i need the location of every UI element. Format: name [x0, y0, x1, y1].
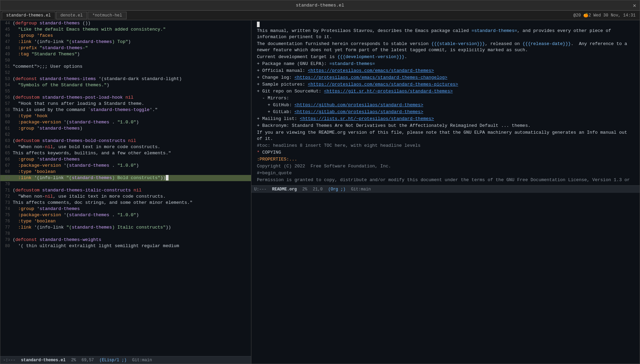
list-item: Copyright (C) 2022 Free Software Foundat…: [257, 163, 634, 169]
left-status-filename: standard-themes.el: [21, 358, 66, 363]
line-number: 73: [0, 200, 13, 206]
table-row: 62: [0, 132, 251, 138]
titlebar-title: standard-themes.el: [296, 3, 344, 8]
line-content: :prefix "standard-themes-": [13, 45, 88, 51]
line-content: (defconst standard-themes-items '(standa…: [13, 76, 182, 82]
line-number: 47: [0, 39, 13, 45]
list-item: + GitHub: <https://github.com/protesilao…: [257, 102, 634, 108]
tab-standard-themes[interactable]: standard-themes.el: [2, 12, 55, 19]
tab-notmuch[interactable]: *notmuch-hel: [88, 12, 126, 19]
code-editor[interactable]: 44(defgroup standard-themes ())45 "Like …: [0, 20, 251, 356]
list-item: + Sample pictures: <https://protesilaos.…: [257, 81, 634, 88]
close-icon[interactable]: ✕: [633, 2, 636, 9]
table-row: 48 :prefix "standard-themes-": [0, 45, 251, 51]
line-number: 54: [0, 82, 13, 88]
line-number: 64: [0, 144, 13, 150]
line-number: 53: [0, 76, 13, 82]
list-item: This manual, written by Protesilaos Stav…: [257, 28, 634, 40]
table-row: 70: [0, 181, 251, 187]
line-content: :group 'standard-themes): [13, 125, 83, 132]
line-number: 57: [0, 101, 13, 107]
left-status-mode-indicator: -:---: [3, 358, 15, 363]
line-number: 44: [0, 20, 13, 26]
tab-bar: standard-themes.el denote.el *notmuch-he…: [0, 11, 640, 20]
table-row: 58This is used by the command `standard-…: [0, 107, 251, 113]
line-number: 63: [0, 138, 13, 144]
line-number: 60: [0, 119, 13, 125]
line-content: (defconst standard-themes-weights: [13, 237, 101, 243]
table-row: 57 "Hook that runs after loading a Stand…: [0, 101, 251, 107]
left-pane: 44(defgroup standard-themes ())45 "Like …: [0, 20, 251, 364]
table-row: 78: [0, 231, 251, 237]
cursor-top: [257, 22, 260, 27]
editor-area: 44(defgroup standard-themes ())45 "Like …: [0, 20, 640, 364]
line-content: :tag "Standard Themes"): [13, 51, 80, 57]
line-number: 62: [0, 132, 13, 138]
line-content: :link '(info-link "(standard-themes) Bol…: [13, 175, 169, 181]
line-number: 68: [0, 169, 13, 175]
line-content: :type 'boolean: [13, 218, 56, 224]
line-content: "When non-nil, use bold text in more cod…: [13, 144, 160, 150]
table-row: 61 :group 'standard-themes): [0, 125, 251, 132]
line-content: :package-version '(standard-themes . "1.…: [13, 212, 139, 218]
line-number: 77: [0, 224, 13, 231]
table-row: 54 "Symbols of the Standard themes."): [0, 82, 251, 88]
line-content: :package-version '(standard-themes . "1.…: [13, 119, 139, 125]
table-row: 63(defcustom standard-themes-bold-constr…: [0, 138, 251, 144]
list-item: + Git repo on SourceHut: <https://git.sr…: [257, 88, 634, 95]
line-number: 56: [0, 95, 13, 101]
line-number: 48: [0, 45, 13, 51]
table-row: 52: [0, 70, 251, 76]
table-row: 51"comment">;;; User options: [0, 64, 251, 70]
line-number: 80: [0, 243, 13, 249]
line-number: 58: [0, 107, 13, 113]
line-number: 79: [0, 237, 13, 243]
line-content: '( thin ultralight extralight light semi…: [13, 243, 179, 249]
table-row: 64 "When non-nil, use bold text in more …: [0, 144, 251, 150]
table-row: 50: [0, 57, 251, 64]
line-number: 70: [0, 181, 13, 187]
line-number: 61: [0, 125, 13, 132]
right-status-mode: (Org ;): [328, 187, 345, 192]
left-status-mode: (ELisp/l ;): [99, 358, 127, 363]
line-content: "When non-nil, use italic text in more c…: [13, 194, 166, 200]
titlebar: standard-themes.el ✕: [0, 0, 640, 11]
right-status-vcs: Git:main: [351, 187, 371, 192]
table-row: 46 :group 'faces: [0, 33, 251, 39]
right-status-position: 21,0: [313, 187, 323, 192]
line-number: 51: [0, 64, 13, 70]
line-number: 55: [0, 88, 13, 95]
line-number: 59: [0, 113, 13, 119]
table-row: 59 :type 'hook: [0, 113, 251, 119]
line-content: "Symbols of the Standard themes."): [13, 82, 109, 88]
line-number: 76: [0, 218, 13, 224]
right-status-percent: 2%: [302, 187, 307, 192]
line-content: :package-version '(standard-themes . "1.…: [13, 163, 139, 169]
list-item: + Official manual: <https://protesilaos.…: [257, 68, 634, 74]
table-row: 49 :tag "Standard Themes"): [0, 51, 251, 57]
right-pane: This manual, written by Protesilaos Stav…: [251, 20, 640, 364]
right-status-bar: U:--- README.org 2% 21,0 (Org ;) Git:mai…: [251, 185, 640, 193]
table-row: 66 :group 'standard-themes: [0, 156, 251, 163]
tab-denote[interactable]: denote.el: [56, 12, 87, 19]
table-row: 80 '( thin ultralight extralight light s…: [0, 243, 251, 249]
list-item: Permission is granted to copy, distribut…: [257, 177, 634, 183]
line-number: 50: [0, 57, 13, 64]
line-content: "Like the default Emacs themes with adde…: [13, 26, 166, 33]
right-status-mode-indicator: U:---: [254, 187, 267, 192]
table-row: 65This affects keywords, builtins, and a…: [0, 150, 251, 156]
table-row: 60 :package-version '(standard-themes . …: [0, 119, 251, 125]
table-row: 67 :package-version '(standard-themes . …: [0, 163, 251, 169]
list-item: Current development target is {{{develop…: [257, 54, 634, 60]
list-item: + Mailing list: <https://lists.sr.ht/~pr…: [257, 116, 634, 122]
readme-view: This manual, written by Protesilaos Stav…: [251, 20, 640, 185]
line-number: 46: [0, 33, 13, 39]
line-content: "Hook that runs after loading a Standard…: [13, 101, 144, 107]
line-content: :link '(info-link "(standard-themes) Top…: [13, 39, 131, 45]
right-status-filename: README.org: [272, 187, 297, 192]
line-content: "comment">;;; User options: [13, 64, 83, 70]
table-row: 55: [0, 88, 251, 95]
table-row: 74 :group 'standard-themes: [0, 206, 251, 212]
table-row: 56(defcustom standard-themes-post-load-h…: [0, 95, 251, 101]
list-item: + Package name (GNU ELPA): =standard-the…: [257, 61, 634, 67]
